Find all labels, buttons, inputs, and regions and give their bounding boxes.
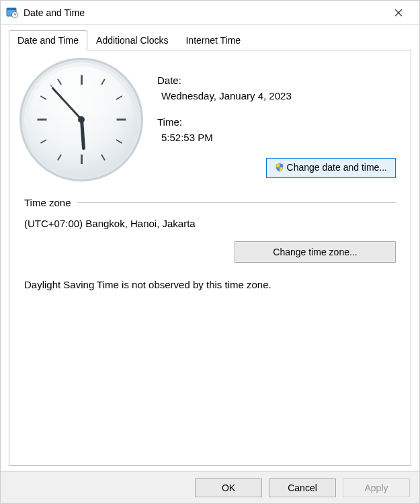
tab-additional-clocks[interactable]: Additional Clocks bbox=[87, 30, 177, 50]
tab-label: Internet Time bbox=[185, 35, 241, 46]
time-label: Time: bbox=[157, 116, 396, 128]
change-date-time-button[interactable]: Change date and time... bbox=[266, 158, 396, 178]
button-label: Change date and time... bbox=[287, 162, 387, 173]
cancel-button[interactable]: Cancel bbox=[269, 478, 336, 497]
tab-panel-date-and-time: Date: Wednesday, January 4, 2023 Time: 5… bbox=[9, 50, 411, 466]
button-label: OK bbox=[222, 482, 235, 493]
button-label: Change time zone... bbox=[273, 247, 357, 257]
ok-button[interactable]: OK bbox=[195, 478, 262, 497]
timezone-section-header: Time zone bbox=[24, 197, 396, 208]
date-time-dialog: Date and Time Date and Time Additional C… bbox=[0, 0, 420, 504]
dialog-footer: OK Cancel Apply bbox=[1, 471, 419, 503]
close-icon bbox=[394, 9, 403, 17]
divider bbox=[77, 202, 396, 203]
change-timezone-button[interactable]: Change time zone... bbox=[235, 241, 396, 263]
tab-date-and-time[interactable]: Date and Time bbox=[9, 30, 87, 50]
window-title: Date and Time bbox=[24, 7, 383, 18]
timezone-value: (UTC+07:00) Bangkok, Hanoi, Jakarta bbox=[24, 218, 396, 229]
date-label: Date: bbox=[157, 75, 396, 86]
close-button[interactable] bbox=[383, 1, 414, 25]
tab-label: Additional Clocks bbox=[96, 35, 168, 46]
time-value: 5:52:53 PM bbox=[161, 132, 396, 143]
date-value: Wednesday, January 4, 2023 bbox=[161, 90, 396, 101]
analog-clock bbox=[24, 62, 138, 177]
section-label: Time zone bbox=[24, 197, 71, 208]
datetime-section: Date: Wednesday, January 4, 2023 Time: 5… bbox=[24, 62, 396, 178]
apply-button[interactable]: Apply bbox=[343, 478, 410, 497]
titlebar: Date and Time bbox=[1, 1, 419, 25]
datetime-info: Date: Wednesday, January 4, 2023 Time: 5… bbox=[157, 62, 396, 178]
dst-note: Daylight Saving Time is not observed by … bbox=[24, 279, 396, 290]
tab-bar: Date and Time Additional Clocks Internet… bbox=[1, 25, 419, 50]
button-label: Cancel bbox=[288, 482, 317, 493]
svg-rect-1 bbox=[7, 8, 16, 10]
date-time-icon bbox=[6, 7, 18, 19]
tab-internet-time[interactable]: Internet Time bbox=[177, 30, 249, 50]
button-label: Apply bbox=[364, 482, 388, 493]
tab-label: Date and Time bbox=[17, 35, 79, 46]
shield-icon bbox=[275, 163, 284, 174]
